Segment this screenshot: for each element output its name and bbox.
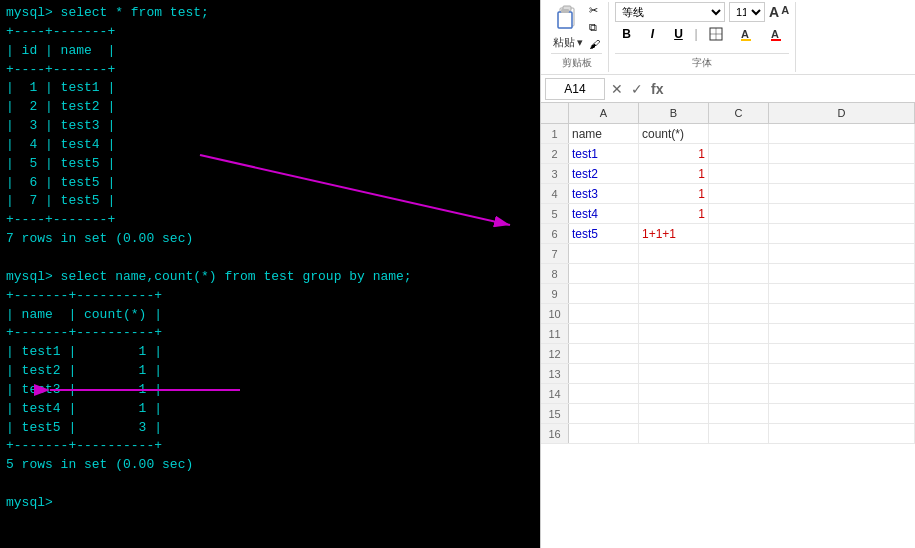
cell-a9[interactable] <box>569 284 639 303</box>
row-num-6[interactable]: 6 <box>541 224 569 243</box>
format-painter-button[interactable]: 🖌 <box>587 37 602 51</box>
cell-d9[interactable] <box>769 284 915 303</box>
cell-a14[interactable] <box>569 384 639 403</box>
table-row[interactable]: 11 <box>541 324 915 344</box>
cell-b1[interactable]: count(*) <box>639 124 709 143</box>
cell-b5[interactable]: 1 <box>639 204 709 223</box>
cell-a3[interactable]: test2 <box>569 164 639 183</box>
cell-d1[interactable] <box>769 124 915 143</box>
cell-b9[interactable] <box>639 284 709 303</box>
col-header-d[interactable]: D <box>769 103 915 123</box>
insert-function-icon[interactable]: fx <box>649 81 665 97</box>
cell-a16[interactable] <box>569 424 639 443</box>
cell-b7[interactable] <box>639 244 709 263</box>
cell-d16[interactable] <box>769 424 915 443</box>
cell-b11[interactable] <box>639 324 709 343</box>
cell-b3[interactable]: 1 <box>639 164 709 183</box>
font-name-select[interactable]: 等线 <box>615 2 725 22</box>
cell-d7[interactable] <box>769 244 915 263</box>
cell-c15[interactable] <box>709 404 769 423</box>
table-row[interactable]: 16 <box>541 424 915 444</box>
cell-c16[interactable] <box>709 424 769 443</box>
row-num-4[interactable]: 4 <box>541 184 569 203</box>
cell-d14[interactable] <box>769 384 915 403</box>
cell-b4[interactable]: 1 <box>639 184 709 203</box>
cell-a1[interactable]: name <box>569 124 639 143</box>
row-num-13[interactable]: 13 <box>541 364 569 383</box>
cell-a15[interactable] <box>569 404 639 423</box>
cell-b8[interactable] <box>639 264 709 283</box>
table-row[interactable]: 8 <box>541 264 915 284</box>
row-num-2[interactable]: 2 <box>541 144 569 163</box>
table-row[interactable]: 12 <box>541 344 915 364</box>
cell-b12[interactable] <box>639 344 709 363</box>
row-num-12[interactable]: 12 <box>541 344 569 363</box>
table-row[interactable]: 9 <box>541 284 915 304</box>
row-num-15[interactable]: 15 <box>541 404 569 423</box>
cell-b6[interactable]: 1+1+1 <box>639 224 709 243</box>
border-button[interactable] <box>704 24 728 44</box>
cell-c13[interactable] <box>709 364 769 383</box>
cell-a4[interactable]: test3 <box>569 184 639 203</box>
font-size-select[interactable]: 11 <box>729 2 765 22</box>
row-num-14[interactable]: 14 <box>541 384 569 403</box>
cell-d2[interactable] <box>769 144 915 163</box>
cell-c12[interactable] <box>709 344 769 363</box>
cell-d12[interactable] <box>769 344 915 363</box>
table-row[interactable]: 13 <box>541 364 915 384</box>
confirm-formula-icon[interactable]: ✓ <box>629 81 645 97</box>
cell-d8[interactable] <box>769 264 915 283</box>
cell-a2[interactable]: test1 <box>569 144 639 163</box>
table-row[interactable]: 4 test3 1 <box>541 184 915 204</box>
cell-reference-input[interactable] <box>545 78 605 100</box>
table-row[interactable]: 2 test1 1 <box>541 144 915 164</box>
cell-a8[interactable] <box>569 264 639 283</box>
font-color-button[interactable]: A <box>764 24 788 44</box>
table-row[interactable]: 5 test4 1 <box>541 204 915 224</box>
cell-a12[interactable] <box>569 344 639 363</box>
row-num-8[interactable]: 8 <box>541 264 569 283</box>
fill-color-button[interactable]: A <box>734 24 758 44</box>
table-row[interactable]: 10 <box>541 304 915 324</box>
row-num-7[interactable]: 7 <box>541 244 569 263</box>
cell-c4[interactable] <box>709 184 769 203</box>
cell-d10[interactable] <box>769 304 915 323</box>
copy-button[interactable]: ⧉ <box>587 20 602 35</box>
col-header-b[interactable]: B <box>639 103 709 123</box>
table-row[interactable]: 3 test2 1 <box>541 164 915 184</box>
cell-a10[interactable] <box>569 304 639 323</box>
font-shrink-button[interactable]: A <box>781 4 789 20</box>
cell-b14[interactable] <box>639 384 709 403</box>
cell-a13[interactable] <box>569 364 639 383</box>
cell-a5[interactable]: test4 <box>569 204 639 223</box>
row-num-16[interactable]: 16 <box>541 424 569 443</box>
cell-c14[interactable] <box>709 384 769 403</box>
col-header-c[interactable]: C <box>709 103 769 123</box>
cut-button[interactable]: ✂ <box>587 3 602 18</box>
cell-d13[interactable] <box>769 364 915 383</box>
cell-c9[interactable] <box>709 284 769 303</box>
cell-d15[interactable] <box>769 404 915 423</box>
cell-a11[interactable] <box>569 324 639 343</box>
row-num-1[interactable]: 1 <box>541 124 569 143</box>
table-row[interactable]: 7 <box>541 244 915 264</box>
cell-b16[interactable] <box>639 424 709 443</box>
bold-button[interactable]: B <box>616 24 636 44</box>
cell-d3[interactable] <box>769 164 915 183</box>
cell-c6[interactable] <box>709 224 769 243</box>
cell-a6[interactable]: test5 <box>569 224 639 243</box>
cell-c10[interactable] <box>709 304 769 323</box>
cell-d5[interactable] <box>769 204 915 223</box>
cell-d4[interactable] <box>769 184 915 203</box>
formula-input[interactable] <box>669 78 911 100</box>
cell-c5[interactable] <box>709 204 769 223</box>
cell-c2[interactable] <box>709 144 769 163</box>
cell-b10[interactable] <box>639 304 709 323</box>
cell-d6[interactable] <box>769 224 915 243</box>
cell-c11[interactable] <box>709 324 769 343</box>
row-num-3[interactable]: 3 <box>541 164 569 183</box>
table-row[interactable]: 1 name count(*) <box>541 124 915 144</box>
row-num-10[interactable]: 10 <box>541 304 569 323</box>
row-num-9[interactable]: 9 <box>541 284 569 303</box>
table-row[interactable]: 6 test5 1+1+1 <box>541 224 915 244</box>
